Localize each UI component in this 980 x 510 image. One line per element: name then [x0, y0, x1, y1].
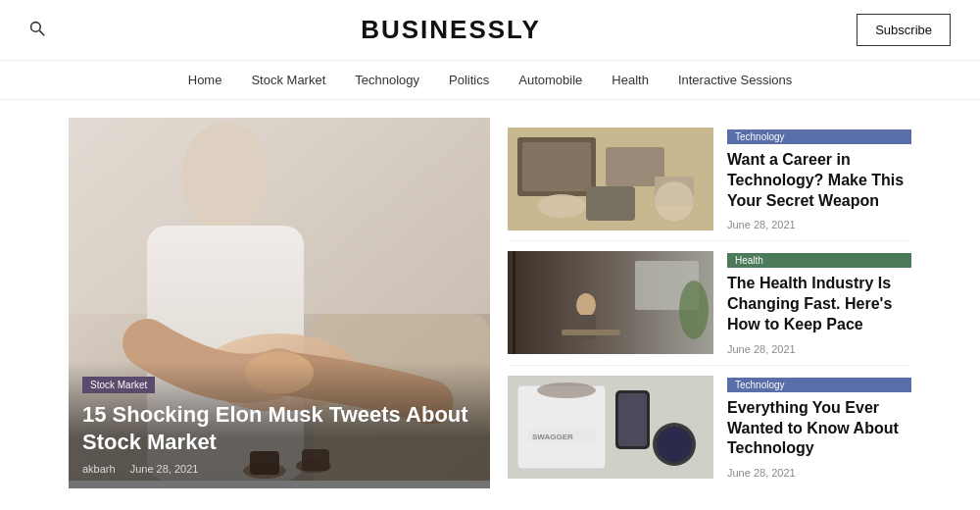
svg-point-5 — [181, 123, 270, 230]
article-title: The Health Industry Is Changing Fast. He… — [727, 274, 911, 334]
nav-item-politics[interactable]: Politics — [449, 73, 489, 87]
featured-tag: Stock Market — [82, 377, 155, 393]
featured-overlay: Stock Market 15 Shocking Elon Musk Tweet… — [69, 361, 490, 488]
article-thumbnail: SWAGGER — [508, 376, 713, 479]
featured-meta: akbarh June 28, 2021 — [82, 463, 476, 475]
article-tag: Technology — [727, 378, 911, 392]
article-thumbnail — [508, 128, 713, 230]
header: BUSINESSLY Subscribe — [0, 0, 980, 61]
nav-item-technology[interactable]: Technology — [355, 73, 419, 87]
article-card[interactable]: SWAGGER Technology Everything You Ever W… — [508, 366, 911, 488]
nav-item-stock-market[interactable]: Stock Market — [251, 73, 325, 87]
svg-point-38 — [657, 427, 692, 462]
article-thumbnail — [508, 251, 713, 354]
article-card[interactable]: Technology Want a Career in Technology? … — [508, 118, 911, 241]
svg-text:SWAGGER: SWAGGER — [532, 433, 573, 441]
nav-item-home[interactable]: Home — [188, 73, 222, 87]
article-date: June 28, 2021 — [727, 219, 911, 230]
svg-point-39 — [537, 382, 596, 398]
featured-title: 15 Shocking Elon Musk Tweets About Stock… — [82, 401, 476, 455]
svg-rect-29 — [562, 330, 620, 335]
search-icon[interactable] — [29, 21, 45, 40]
article-info: Technology Everything You Ever Wanted to… — [727, 376, 911, 479]
svg-point-28 — [679, 280, 709, 339]
svg-rect-16 — [522, 142, 591, 191]
svg-line-1 — [39, 30, 44, 35]
featured-date: June 28, 2021 — [130, 463, 199, 475]
article-title: Everything You Ever Wanted to Know About… — [727, 398, 911, 459]
article-title: Want a Career in Technology? Make This Y… — [727, 150, 911, 211]
svg-point-19 — [537, 194, 586, 218]
article-card[interactable]: Health The Health Industry Is Changing F… — [508, 241, 911, 365]
main-nav: Home Stock Market Technology Politics Au… — [0, 61, 980, 100]
article-date: June 28, 2021 — [727, 343, 911, 355]
nav-item-automobile[interactable]: Automobile — [518, 73, 582, 87]
article-image — [508, 128, 713, 230]
subscribe-button[interactable]: Subscribe — [857, 14, 951, 46]
featured-author: akbarh — [82, 463, 116, 475]
main-content: Stock Market 15 Shocking Elon Musk Tweet… — [0, 100, 980, 506]
site-title: BUSINESSLY — [361, 15, 541, 45]
svg-point-0 — [31, 22, 41, 31]
article-tag: Health — [727, 253, 911, 268]
featured-article[interactable]: Stock Market 15 Shocking Elon Musk Tweet… — [69, 118, 490, 488]
svg-rect-27 — [576, 315, 596, 339]
article-info: Health The Health Industry Is Changing F… — [727, 251, 911, 354]
article-list: Technology Want a Career in Technology? … — [508, 118, 911, 488]
article-tag: Technology — [727, 129, 911, 144]
article-image — [508, 251, 713, 354]
svg-rect-25 — [513, 251, 515, 354]
svg-rect-36 — [618, 393, 647, 446]
article-image: SWAGGER — [508, 376, 713, 479]
svg-rect-20 — [586, 186, 635, 221]
svg-point-26 — [576, 293, 596, 317]
nav-item-interactive-sessions[interactable]: Interactive Sessions — [678, 73, 792, 87]
article-info: Technology Want a Career in Technology? … — [727, 128, 911, 230]
nav-item-health[interactable]: Health — [612, 73, 649, 87]
svg-point-21 — [655, 181, 694, 221]
article-date: June 28, 2021 — [727, 467, 911, 479]
